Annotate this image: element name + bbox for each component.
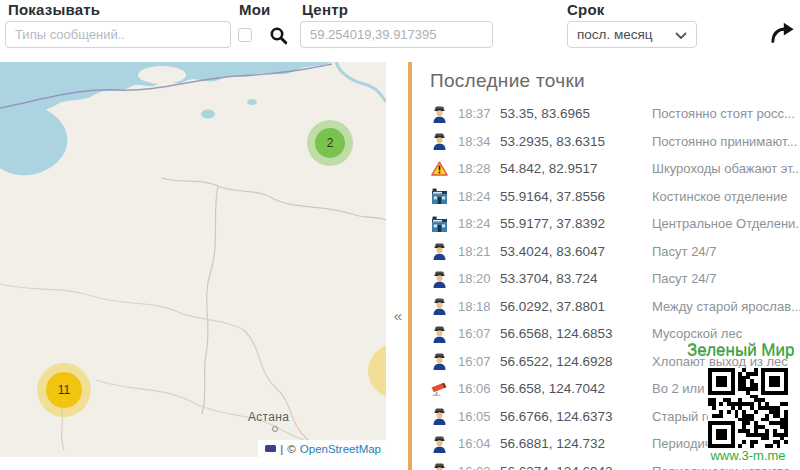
cluster-count: 2 bbox=[315, 128, 345, 158]
toolbar: Показывать Мои Центр Срок посл. месяц bbox=[0, 0, 800, 58]
row-time: 18:37 bbox=[458, 106, 496, 121]
message-types-input[interactable] bbox=[5, 21, 231, 48]
row-coords: 56.6374, 124.6942 bbox=[500, 464, 652, 470]
watermark-url: www.3-m.me bbox=[700, 448, 796, 463]
row-coords: 53.35, 83.6965 bbox=[500, 106, 652, 121]
share-arrow-icon bbox=[770, 22, 795, 46]
center-coords-input[interactable] bbox=[300, 21, 493, 48]
row-time: 16:07 bbox=[458, 326, 496, 341]
row-time: 16:07 bbox=[458, 354, 496, 369]
row-coords: 53.2935, 83.6315 bbox=[500, 134, 652, 149]
list-item[interactable]: 18:24 55.9164, 37.8556 Костинское отделе… bbox=[412, 183, 800, 211]
row-description: Мусорской лес bbox=[652, 326, 800, 341]
row-coords: 53.3704, 83.724 bbox=[500, 271, 652, 286]
list-item[interactable]: 18:20 53.3704, 83.724 Пасут 24/7 bbox=[412, 265, 800, 293]
row-description: Постоянно принимают... bbox=[652, 134, 800, 149]
row-time: 18:24 bbox=[458, 216, 496, 231]
warning-icon bbox=[428, 161, 450, 176]
panel-title: Последние точки bbox=[430, 70, 800, 92]
center-label: Центр bbox=[302, 1, 348, 18]
row-description: Периодически катаютс bbox=[652, 464, 800, 470]
police-officer-icon bbox=[428, 242, 450, 260]
row-description: Пасут 24/7 bbox=[652, 271, 800, 286]
row-time: 18:18 bbox=[458, 299, 496, 314]
list-item[interactable]: 18:34 53.2935, 83.6315 Постоянно принима… bbox=[412, 128, 800, 156]
row-coords: 56.6522, 124.6928 bbox=[500, 354, 652, 369]
row-description: Между старой ярослав... bbox=[652, 299, 800, 314]
list-item[interactable]: 18:37 53.35, 83.6965 Постоянно стоят рос… bbox=[412, 100, 800, 128]
row-coords: 55.9164, 37.8556 bbox=[500, 189, 652, 204]
row-time: 16:04 bbox=[458, 436, 496, 451]
police-station-icon bbox=[428, 216, 450, 232]
period-label: Срок bbox=[567, 1, 604, 18]
mine-label: Мои bbox=[239, 1, 270, 18]
row-description: Постоянно стоят росс... bbox=[652, 106, 800, 121]
mine-checkbox[interactable] bbox=[238, 28, 252, 42]
row-time: 18:21 bbox=[458, 244, 496, 259]
row-coords: 56.6881, 124.732 bbox=[500, 436, 652, 451]
map-cluster-marker[interactable]: 11 bbox=[37, 363, 91, 417]
openstreetmap-link[interactable]: OpenStreetMap bbox=[300, 443, 381, 455]
row-coords: 54.842, 82.9517 bbox=[500, 161, 652, 176]
row-time: 18:34 bbox=[458, 134, 496, 149]
period-select[interactable]: посл. месяц bbox=[567, 21, 697, 48]
row-coords: 56.6568, 124.6853 bbox=[500, 326, 652, 341]
police-officer-icon bbox=[428, 407, 450, 425]
map-attribution: | © OpenStreetMap bbox=[258, 440, 386, 457]
police-station-icon bbox=[428, 188, 450, 204]
police-officer-icon bbox=[428, 352, 450, 370]
police-officer-icon bbox=[428, 462, 450, 470]
list-item[interactable]: 18:18 56.0292, 37.8801 Между старой ярос… bbox=[412, 293, 800, 321]
row-coords: 56.658, 124.7042 bbox=[500, 381, 652, 396]
search-icon bbox=[269, 26, 288, 48]
attribution-separator: | bbox=[280, 443, 283, 455]
attribution-copyright: © bbox=[287, 443, 295, 455]
row-time: 16:03 bbox=[458, 464, 496, 470]
row-time: 16:06 bbox=[458, 381, 496, 396]
police-officer-icon bbox=[428, 435, 450, 453]
list-item[interactable]: 18:21 53.4024, 83.6047 Пасут 24/7 bbox=[412, 238, 800, 266]
row-coords: 55.9177, 37.8392 bbox=[500, 216, 652, 231]
search-button[interactable] bbox=[266, 25, 290, 49]
row-time: 18:20 bbox=[458, 271, 496, 286]
panel-collapse-button[interactable]: « bbox=[388, 300, 408, 330]
row-coords: 56.0292, 37.8801 bbox=[500, 299, 652, 314]
period-selected-value: посл. месяц bbox=[577, 27, 675, 42]
qr-code bbox=[708, 368, 788, 448]
camera-icon bbox=[428, 382, 450, 396]
row-description: Центральное Отделени... bbox=[652, 216, 800, 231]
row-description: Костинское отделение bbox=[652, 189, 800, 204]
police-officer-icon bbox=[428, 105, 450, 123]
share-button[interactable] bbox=[768, 22, 796, 46]
list-item[interactable]: 18:24 55.9177, 37.8392 Центральное Отдел… bbox=[412, 210, 800, 238]
cluster-count: 11 bbox=[46, 372, 82, 408]
row-time: 16:05 bbox=[458, 409, 496, 424]
police-officer-icon bbox=[428, 270, 450, 288]
watermark-title: Зеленый Мир bbox=[687, 341, 794, 361]
app-window: Показывать Мои Центр Срок посл. месяц bbox=[0, 0, 800, 470]
city-marker-dot bbox=[272, 426, 278, 432]
row-description: Шкуроходы обажают эт... bbox=[652, 161, 800, 176]
chevron-down-icon bbox=[675, 26, 687, 44]
map-canvas[interactable]: 2 11 Астана | © OpenStreetMap bbox=[0, 62, 386, 457]
flag-icon bbox=[265, 445, 276, 452]
police-officer-icon bbox=[428, 325, 450, 343]
row-coords: 53.4024, 83.6047 bbox=[500, 244, 652, 259]
list-item[interactable]: 18:28 54.842, 82.9517 Шкуроходы обажают … bbox=[412, 155, 800, 183]
city-label: Астана bbox=[248, 410, 289, 424]
row-description: Пасут 24/7 bbox=[652, 244, 800, 259]
row-coords: 56.6766, 124.6373 bbox=[500, 409, 652, 424]
show-label: Показывать bbox=[8, 1, 100, 18]
row-time: 18:28 bbox=[458, 161, 496, 176]
map-cluster-marker[interactable]: 2 bbox=[307, 120, 353, 166]
row-time: 18:24 bbox=[458, 189, 496, 204]
police-officer-icon bbox=[428, 132, 450, 150]
police-officer-icon bbox=[428, 297, 450, 315]
